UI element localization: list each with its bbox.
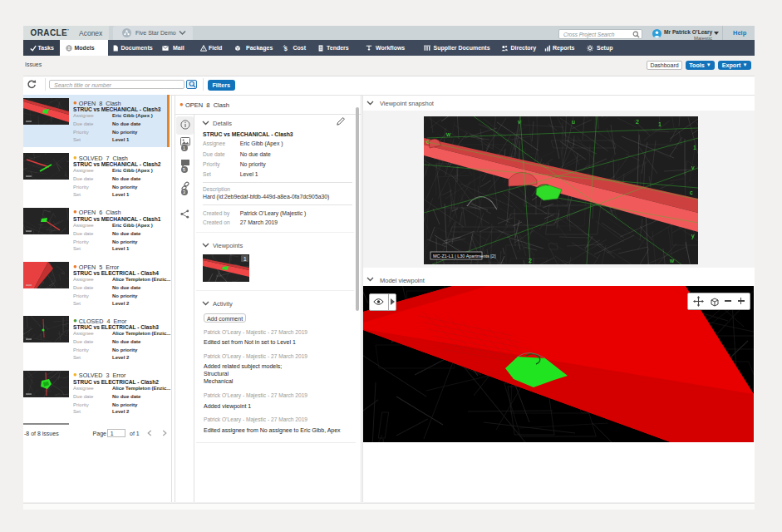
- svg-text:v: v: [691, 165, 695, 170]
- svg-text:v: v: [518, 119, 521, 125]
- svg-text:u: u: [572, 119, 575, 125]
- svg-text:2: 2: [529, 258, 532, 264]
- svg-text:c: c: [690, 190, 693, 195]
- svg-text:$: $: [283, 45, 287, 52]
- svg-text:y: y: [691, 233, 695, 239]
- svg-text:c: c: [426, 139, 430, 145]
- svg-text:2: 2: [636, 119, 639, 125]
- svg-text:w: w: [669, 258, 675, 264]
- svg-text:MC-Z1-L1 | L30 Apartments [2]: MC-Z1-L1 | L30 Apartments [2]: [433, 254, 496, 259]
- svg-text:1: 1: [693, 145, 696, 150]
- svg-text:w: w: [445, 131, 451, 137]
- svg-text:1: 1: [243, 256, 247, 262]
- svg-text:1: 1: [658, 121, 662, 127]
